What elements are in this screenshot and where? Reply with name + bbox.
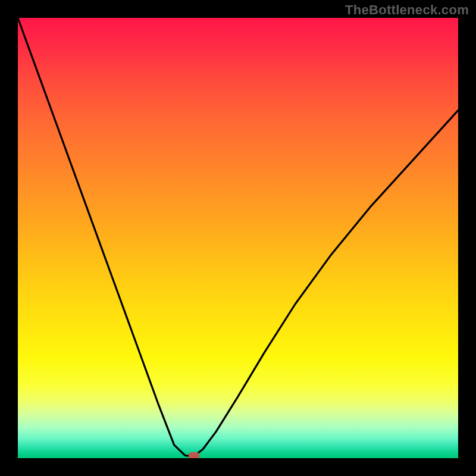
plot-area <box>18 18 458 458</box>
minimum-marker <box>189 452 199 458</box>
chart-frame: TheBottleneck.com <box>0 0 476 476</box>
curve-svg <box>18 18 458 458</box>
curve-path <box>18 18 458 456</box>
watermark-text: TheBottleneck.com <box>345 2 469 18</box>
